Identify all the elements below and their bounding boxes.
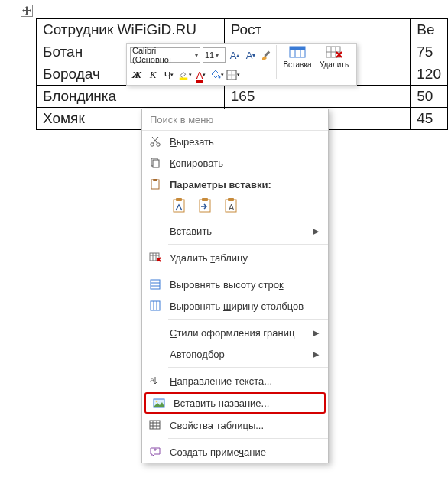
- menu-divider: [168, 271, 328, 271]
- svg-rect-21: [176, 198, 182, 201]
- svg-rect-17: [153, 160, 159, 167]
- menu-item-label: Вырезать: [170, 136, 320, 148]
- menu-item-copy[interactable]: Копировать: [142, 152, 328, 174]
- table-properties-icon: [148, 418, 162, 432]
- menu-item-delete-table[interactable]: Удалить таблицу: [142, 247, 328, 268]
- svg-rect-31: [151, 280, 160, 289]
- menu-item-new-comment[interactable]: Создать примечание: [142, 441, 328, 463]
- delete-label: Удалить: [320, 60, 349, 69]
- menu-item-distribute-cols[interactable]: Выровнять ширину столбцов: [142, 295, 328, 317]
- paste-option-keep-formatting[interactable]: [170, 196, 190, 216]
- svg-rect-23: [202, 198, 208, 201]
- svg-point-14: [151, 143, 154, 146]
- svg-point-39: [156, 401, 158, 403]
- svg-text:A: A: [229, 203, 235, 212]
- italic-button[interactable]: К: [146, 68, 160, 82]
- bold-button[interactable]: Ж: [130, 68, 144, 82]
- font-family-select[interactable]: Calibri (Основної▾: [130, 47, 200, 63]
- menu-item-label: Выровнять ширину столбцов: [170, 300, 320, 312]
- comment-icon: [148, 445, 162, 459]
- underline-button[interactable]: Ч▾: [162, 68, 176, 82]
- menu-item-label: Копировать: [170, 158, 320, 169]
- cell[interactable]: 120: [411, 63, 448, 86]
- menu-item-insert-caption[interactable]: Вставить название...: [144, 392, 326, 414]
- text-direction-icon: A: [148, 374, 162, 388]
- header-cell[interactable]: Ве: [411, 19, 448, 41]
- font-color-button[interactable]: A▾: [194, 68, 208, 82]
- menu-item-paste[interactable]: Вставить ▶: [142, 220, 328, 242]
- mini-toolbar: Calibri (Основної▾ 11▾ A▴ A▾ Ж К Ч▾ ▾: [126, 43, 357, 86]
- svg-rect-1: [180, 78, 188, 80]
- chevron-down-icon: ▾: [216, 52, 219, 59]
- menu-divider: [168, 319, 328, 320]
- format-painter-icon[interactable]: [260, 48, 274, 62]
- menu-item-label: Вставить: [170, 226, 305, 237]
- menu-item-label: Свойства таблицы...: [170, 420, 320, 431]
- menu-item-autofit[interactable]: Автоподбор ▶: [142, 343, 328, 365]
- menu-item-text-direction[interactable]: A Направление текста...: [142, 370, 328, 391]
- header-cell[interactable]: Рост: [224, 19, 411, 41]
- font-size-select[interactable]: 11▾: [203, 47, 226, 63]
- paste-option-merge-formatting[interactable]: [196, 196, 216, 216]
- cell[interactable]: 75: [411, 41, 448, 63]
- shading-button[interactable]: ▾: [210, 68, 224, 82]
- svg-rect-25: [228, 198, 234, 201]
- font-family-value: Calibri (Основної: [132, 46, 193, 64]
- menu-item-label: Создать примечание: [170, 447, 320, 458]
- menu-item-label: Вставить название...: [174, 398, 317, 409]
- header-cell[interactable]: Сотрудник WiFiGiD.RU: [37, 19, 225, 41]
- cell[interactable]: 50: [411, 86, 448, 108]
- menu-item-label: Стили оформления границ: [170, 327, 305, 339]
- delete-table-icon: [326, 45, 342, 60]
- scissors-icon: [148, 135, 162, 148]
- menu-item-label: Удалить таблицу: [170, 252, 320, 264]
- distribute-cols-icon: [148, 299, 162, 313]
- menu-item-label: Автоподбор: [170, 349, 305, 360]
- move-icon: [22, 6, 31, 15]
- highlight-button[interactable]: ▾: [178, 68, 192, 82]
- distribute-rows-icon: [148, 278, 162, 291]
- copy-icon: [148, 156, 162, 170]
- menu-divider: [168, 438, 328, 439]
- clipboard-icon: [148, 177, 162, 191]
- insert-button[interactable]: Вставка: [279, 45, 316, 85]
- paste-options-heading: Параметры вставки:: [142, 174, 328, 193]
- paste-options-row: A: [142, 193, 328, 220]
- decrease-font-icon[interactable]: A▾: [244, 48, 258, 62]
- menu-item-distribute-rows[interactable]: Выровнять высоту строк: [142, 274, 328, 295]
- menu-item-cut[interactable]: Вырезать: [142, 131, 328, 152]
- svg-rect-0: [264, 50, 270, 57]
- menu-item-label: Выровнять высоту строк: [170, 279, 320, 291]
- insert-label: Вставка: [283, 60, 311, 69]
- delete-button[interactable]: Удалить: [316, 45, 352, 85]
- svg-point-15: [157, 143, 160, 146]
- chevron-right-icon: ▶: [313, 349, 319, 359]
- table-row: Блондинка 165 50: [37, 86, 448, 108]
- menu-divider: [168, 244, 328, 245]
- paste-option-text-only[interactable]: A: [222, 196, 242, 216]
- menu-item-label: Направление текста...: [170, 375, 320, 387]
- delete-table-icon: [148, 251, 162, 265]
- table-header-row: Сотрудник WiFiGiD.RU Рост Ве: [37, 19, 448, 41]
- table-move-handle[interactable]: [21, 5, 33, 17]
- svg-rect-40: [150, 421, 160, 429]
- menu-item-label: Параметры вставки:: [170, 179, 320, 190]
- svg-rect-27: [150, 253, 159, 261]
- picture-icon: [152, 396, 166, 410]
- font-size-value: 11: [205, 50, 214, 60]
- cell[interactable]: Блондинка: [37, 86, 225, 108]
- svg-rect-34: [151, 301, 160, 310]
- menu-divider: [168, 367, 328, 368]
- menu-item-table-properties[interactable]: Свойства таблицы...: [142, 414, 328, 436]
- menu-item-border-styles[interactable]: Стили оформления границ ▶: [142, 322, 328, 343]
- chevron-right-icon: ▶: [313, 226, 319, 236]
- context-menu: Поиск в меню Вырезать Копировать Парамет…: [141, 109, 329, 463]
- increase-font-icon[interactable]: A▴: [228, 48, 242, 62]
- cell[interactable]: 165: [224, 86, 411, 108]
- menu-search[interactable]: Поиск в меню: [142, 109, 328, 131]
- svg-rect-7: [290, 47, 305, 50]
- chevron-right-icon: ▶: [313, 328, 319, 338]
- cell[interactable]: 45: [411, 108, 448, 130]
- chevron-down-icon: ▾: [195, 52, 198, 59]
- borders-button[interactable]: ▾: [226, 68, 240, 82]
